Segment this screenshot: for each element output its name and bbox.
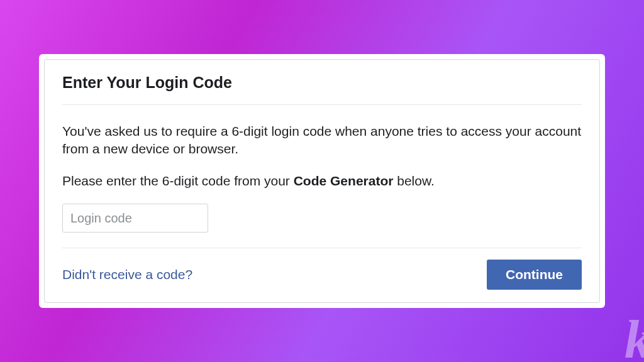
watermark-icon: k: [625, 308, 644, 362]
didnt-receive-code-link[interactable]: Didn't receive a code?: [62, 267, 192, 282]
dialog-footer: Didn't receive a code? Continue: [62, 248, 582, 290]
description-paragraph-2: Please enter the 6-digit code from your …: [62, 172, 582, 190]
dialog-wrapper: Enter Your Login Code You've asked us to…: [39, 54, 605, 308]
description2-prefix: Please enter the 6-digit code from your: [62, 173, 294, 188]
code-generator-bold-text: Code Generator: [294, 173, 394, 188]
description-paragraph-1: You've asked us to require a 6-digit log…: [62, 123, 582, 158]
dialog-body: You've asked us to require a 6-digit log…: [62, 105, 582, 248]
description2-suffix: below.: [393, 173, 434, 188]
continue-button[interactable]: Continue: [487, 260, 582, 290]
dialog-title: Enter Your Login Code: [62, 74, 582, 104]
login-code-input[interactable]: [62, 204, 208, 233]
login-code-dialog: Enter Your Login Code You've asked us to…: [44, 59, 600, 303]
